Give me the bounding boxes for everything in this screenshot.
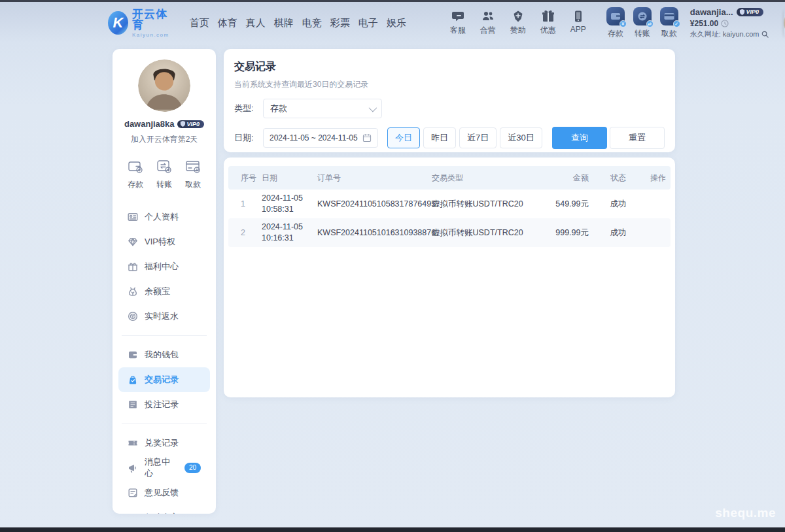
sidebar-item-messages[interactable]: 消息中心 20: [118, 456, 210, 480]
nav-item-lottery[interactable]: 彩票: [330, 17, 350, 29]
feedback-icon: [128, 488, 138, 498]
quick-link-label: 优惠: [540, 25, 556, 36]
money-bag-icon: [128, 286, 138, 297]
quick-link-sponsor[interactable]: 赞助: [507, 10, 529, 36]
type-filter-row: 类型: 存款: [234, 99, 665, 118]
gem-icon: [128, 237, 138, 247]
date-range-input[interactable]: 2024-11-05 ~ 2024-11-05: [263, 128, 378, 148]
filter-card: 交易记录 当前系统支持查询最近30日的交易记录 类型: 存款 日期: 2024-…: [224, 49, 675, 152]
refresh-balance-icon[interactable]: [721, 20, 729, 27]
query-button[interactable]: 查询: [552, 127, 607, 149]
site-url[interactable]: kaiyun.com: [723, 30, 759, 39]
row-date: 2024-11-05 10:16:31: [262, 222, 317, 244]
sidebar-item-help[interactable]: ? 帮助中心: [118, 505, 210, 514]
sidebar-item-transactions[interactable]: 交易记录: [118, 367, 210, 392]
row-no: 1: [241, 199, 262, 208]
sidebar-item-label: 投注记录: [145, 399, 179, 410]
username[interactable]: dawanjia...: [690, 7, 733, 18]
sidebar-item-vip[interactable]: VIP特权: [118, 229, 210, 254]
row-order-number: KWSF202411051016310938876: [317, 228, 432, 237]
help-icon: ?: [128, 512, 138, 514]
type-select[interactable]: 存款: [263, 99, 382, 118]
quick-action-label: 存款: [128, 179, 143, 190]
row-date-time: 10:16:31: [262, 233, 317, 244]
row-status: 成功: [589, 199, 648, 210]
quick-action-label: 取款: [185, 179, 201, 190]
table-row: 1 2024-11-05 10:58:31 KWSF20241105105831…: [228, 190, 671, 218]
watermark: shequ.me: [715, 506, 776, 520]
search-icon[interactable]: [761, 31, 769, 38]
bottom-strip: [0, 527, 785, 532]
id-card-icon: [128, 212, 138, 222]
brand-logo[interactable]: K 开云体育 Kaiyun.com: [108, 8, 173, 38]
range-today-button[interactable]: 今日: [387, 127, 420, 148]
sidebar-item-wallet[interactable]: 我的钱包: [118, 342, 210, 367]
wallet-icon: [128, 350, 138, 360]
sidebar-item-label: 帮助中心: [145, 512, 179, 514]
nav-item-entertainment[interactable]: 娱乐: [387, 17, 406, 29]
brand-logo-text: 开云体育 Kaiyun.com: [132, 8, 173, 38]
sidebar-avatar[interactable]: [138, 59, 190, 112]
chevron-down-icon: [369, 103, 377, 112]
sidebar-item-label: 实时返水: [145, 310, 179, 322]
header-withdraw-button[interactable]: ✓ 取款: [659, 7, 680, 39]
quick-link-label: 赞助: [510, 25, 526, 36]
range-yesterday-button[interactable]: 昨日: [423, 127, 456, 148]
table-row: 2 2024-11-05 10:16:31 KWSF20241105101631…: [228, 218, 671, 247]
sidebar-quick-actions: 存款 转账 取款: [113, 158, 216, 190]
header-deposit-button[interactable]: ¥ 存款: [605, 7, 626, 39]
phone-icon: [572, 10, 585, 23]
nav-item-esports[interactable]: 电竞: [302, 17, 322, 29]
brand-logo-icon: K: [108, 11, 128, 35]
top-header: K 开云体育 Kaiyun.com 首页 体育 真人 棋牌 电竞 彩票 电子 娱…: [0, 2, 785, 44]
quick-link-label: APP: [570, 25, 586, 34]
sidebar-username: dawanjia8ka: [124, 119, 175, 129]
row-order-number: KWSF202411051058317876495: [317, 199, 432, 208]
sidebar-item-welfare[interactable]: 福利中心: [118, 254, 210, 279]
sidebar-transfer-button[interactable]: 转账: [153, 158, 175, 190]
sidebar-menu: 个人资料 VIP特权 福利中心 余额宝 实时返水 我的钱包 交易记录: [113, 205, 216, 514]
row-amount: 549.99元: [550, 199, 589, 210]
quick-link-support[interactable]: 客服: [447, 10, 469, 36]
sidebar-item-prize-records[interactable]: 兑奖记录: [118, 431, 210, 456]
nav-item-cards[interactable]: 棋牌: [274, 17, 294, 29]
vip-shield-icon: [180, 121, 186, 127]
quick-link-app[interactable]: APP: [567, 10, 589, 36]
sidebar-item-label: VIP特权: [145, 236, 175, 248]
row-date-time: 10:58:31: [262, 204, 317, 215]
sidebar-item-rebate[interactable]: 实时返水: [118, 304, 210, 329]
range-30days-button[interactable]: 近30日: [500, 127, 542, 148]
sidebar-withdraw-button[interactable]: 取款: [182, 158, 204, 190]
sidebar-item-yuebao[interactable]: 余额宝: [118, 279, 210, 304]
main-nav: 首页 体育 真人 棋牌 电竞 彩票 电子 娱乐: [190, 17, 406, 29]
quick-link-promotions[interactable]: 优惠: [537, 10, 559, 36]
reset-button[interactable]: 重置: [610, 127, 665, 149]
sidebar-item-bet-records[interactable]: 投注记录: [118, 392, 210, 417]
date-range-value: 2024-11-05 ~ 2024-11-05: [270, 133, 358, 142]
sidebar-item-feedback[interactable]: 意见反馈: [118, 480, 210, 505]
col-header-amount: 金额: [550, 173, 589, 184]
nav-item-sports[interactable]: 体育: [218, 17, 237, 29]
page-subtitle: 当前系统支持查询最近30日的交易记录: [234, 79, 665, 90]
sidebar-item-label: 交易记录: [145, 374, 179, 386]
sidebar-item-profile[interactable]: 个人资料: [118, 205, 210, 229]
nav-item-live[interactable]: 真人: [246, 17, 266, 29]
sidebar-item-label: 意见反馈: [145, 487, 179, 499]
type-select-value: 存款: [270, 103, 287, 114]
nav-item-home[interactable]: 首页: [190, 17, 209, 29]
range-7days-button[interactable]: 近7日: [459, 127, 497, 148]
withdraw-icon: ✓: [660, 7, 678, 25]
wallet-action-label: 存款: [608, 28, 623, 39]
vip-badge: VIP0: [737, 8, 764, 16]
date-filter-row: 日期: 2024-11-05 ~ 2024-11-05 今日 昨日 近7日 近3…: [234, 127, 665, 149]
balance-value: ¥251.00: [690, 19, 718, 29]
table-header-row: 序号 日期 订单号 交易类型 金额 状态 操作: [228, 166, 671, 190]
sidebar-item-label: 兑奖记录: [145, 437, 179, 449]
nav-item-slots[interactable]: 电子: [358, 17, 378, 29]
sidebar-deposit-button[interactable]: 存款: [124, 158, 147, 190]
chat-icon: [451, 10, 464, 23]
sidebar-item-label: 消息中心: [145, 456, 178, 480]
quick-link-partners[interactable]: 合营: [477, 10, 499, 36]
header-transfer-button[interactable]: ⇄ 转账: [632, 7, 653, 39]
divider: [122, 424, 207, 424]
